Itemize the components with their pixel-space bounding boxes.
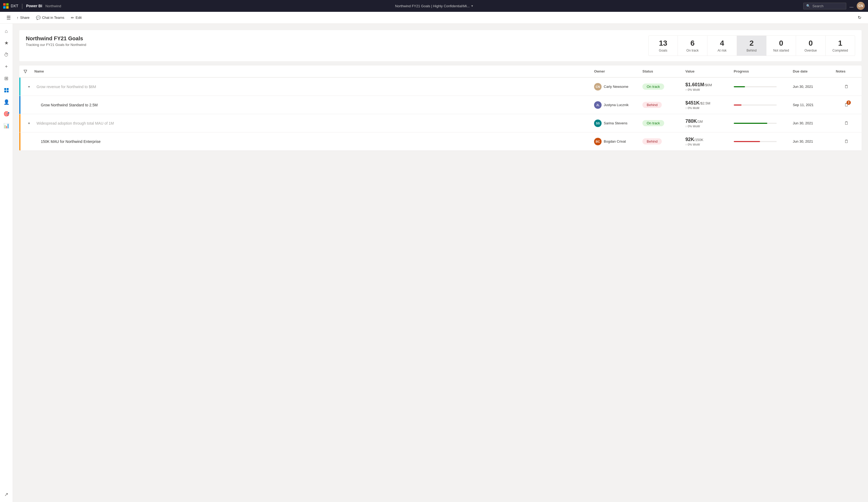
- app-name: DXT: [11, 4, 18, 8]
- sidebar-item-scorecard[interactable]: [1, 85, 12, 96]
- row-name: Widespread adoption through total MAU of…: [34, 121, 594, 125]
- report-title: Northwind FY21 Goals: [26, 35, 642, 42]
- owner-name: Sarina Stevens: [604, 121, 627, 125]
- report-subtitle: Tracking our FY21 Goals for Northwind: [26, 43, 642, 47]
- teams-icon: 💬: [36, 16, 41, 20]
- metric-card-at-risk[interactable]: 4At risk: [707, 35, 737, 56]
- sidebar-item-external[interactable]: ↗: [1, 489, 12, 500]
- row-due-date: Sep 11, 2021: [793, 103, 836, 107]
- value-change: ↑ 0% WoW: [685, 125, 734, 128]
- owner-name: Justyna Lucznik: [604, 103, 629, 107]
- filter-icon[interactable]: ▽: [24, 69, 34, 74]
- col-value: Value: [685, 69, 734, 73]
- metric-card-behind[interactable]: 2Behind: [737, 35, 766, 56]
- progress-bar-fill: [734, 86, 745, 87]
- main-content: Northwind FY21 Goals Tracking our FY21 G…: [13, 24, 868, 502]
- report-title-section: Northwind FY21 Goals Tracking our FY21 G…: [26, 35, 642, 47]
- metric-card-not-started[interactable]: 0Not started: [766, 35, 796, 56]
- col-status: Status: [642, 69, 685, 73]
- progress-bar-fill: [734, 123, 767, 124]
- sidebar-item-create[interactable]: +: [1, 61, 12, 72]
- chevron-down-icon[interactable]: ▾: [471, 4, 473, 8]
- app-logo: DXT: [3, 3, 18, 9]
- expand-icon[interactable]: ▾: [24, 85, 34, 89]
- value-target: /$2.5M: [700, 101, 710, 105]
- search-icon: 🔍: [806, 4, 810, 8]
- owner-avatar: CN: [594, 83, 602, 91]
- value-target: /$6M: [704, 83, 712, 87]
- report-name-center: Northwind FY21 Goals | Highly Confidenti…: [395, 4, 473, 8]
- notes-icon[interactable]: 🗒 2: [844, 103, 849, 107]
- edit-button[interactable]: ✏ Edit: [68, 14, 84, 21]
- metric-card-goals[interactable]: 13Goals: [648, 35, 678, 56]
- goals-table: ▽ Name Owner Status Value Progress Due d…: [19, 65, 861, 151]
- share-icon: ↑: [17, 16, 19, 20]
- microsoft-logo: [3, 3, 9, 9]
- notes-icon[interactable]: 🗒: [844, 139, 849, 144]
- sidebar-item-home[interactable]: ⌂: [1, 26, 12, 37]
- top-bar-right: 🔍 Search ... CN: [803, 2, 865, 10]
- svg-rect-0: [4, 88, 6, 90]
- notes-badge: 2: [847, 101, 851, 105]
- row-border-left: [19, 96, 20, 114]
- metric-card-completed[interactable]: 1Completed: [826, 35, 855, 56]
- progress-bar-container: [734, 104, 777, 105]
- sidebar-item-recent[interactable]: ⏱: [1, 49, 12, 60]
- row-status: Behind: [642, 138, 685, 144]
- table-row: ▾ Grow revenue for Northwind to $6M CN C…: [19, 78, 861, 96]
- value-target: /150K: [694, 138, 703, 142]
- notes-icon[interactable]: 🗒: [844, 84, 849, 89]
- expand-icon[interactable]: ▾: [24, 121, 34, 125]
- top-nav-bar: DXT | Power BI Northwind Northwind FY21 …: [0, 0, 868, 12]
- notes-icon[interactable]: 🗒: [844, 121, 849, 126]
- status-badge: Behind: [642, 102, 662, 108]
- row-value: $451K/$2.5M ↑ 0% MoM: [685, 100, 734, 110]
- row-value: $1.601M/$6M ↑ 0% WoW: [685, 82, 734, 91]
- sidebar-item-goals[interactable]: 🎯: [1, 109, 12, 119]
- notes-cell[interactable]: 🗒: [836, 139, 857, 144]
- row-value: 780K/1M ↑ 0% WoW: [685, 119, 734, 128]
- owner-avatar: BC: [594, 138, 602, 145]
- metric-card-overdue[interactable]: 0Overdue: [796, 35, 826, 56]
- edit-icon: ✏: [71, 16, 74, 20]
- progress-bar-fill: [734, 141, 760, 142]
- sidebar-item-apps[interactable]: ⊞: [1, 73, 12, 84]
- power-bi-label: Power BI: [26, 4, 42, 8]
- progress-bar-fill: [734, 104, 742, 105]
- svg-rect-1: [7, 88, 9, 90]
- value-main: 780K: [685, 119, 697, 124]
- notes-cell[interactable]: 🗒: [836, 84, 857, 89]
- svg-rect-3: [7, 91, 9, 92]
- owner-avatar: JL: [594, 101, 602, 109]
- sidebar-item-people[interactable]: 👤: [1, 97, 12, 107]
- table-header-row: ▽ Name Owner Status Value Progress Due d…: [19, 65, 861, 78]
- chat-in-teams-button[interactable]: 💬 Chat in Teams: [33, 14, 67, 21]
- sidebar-item-favorites[interactable]: ★: [1, 38, 12, 48]
- col-notes: Notes: [836, 69, 857, 73]
- row-due-date: Jun 30, 2021: [793, 140, 836, 143]
- progress-bar-container: [734, 123, 777, 124]
- share-button[interactable]: ↑ Share: [14, 14, 32, 21]
- table-row: 150K MAU for Northwind Enterprise BC Bog…: [19, 132, 861, 151]
- row-owner: CN Carly Newsome: [594, 83, 642, 91]
- menu-toggle-button[interactable]: ☰: [4, 13, 13, 22]
- refresh-button[interactable]: ↻: [855, 13, 864, 22]
- col-progress: Progress: [734, 69, 793, 73]
- search-box[interactable]: 🔍 Search: [803, 3, 846, 9]
- notes-cell[interactable]: 🗒: [836, 121, 857, 126]
- row-owner: BC Bogdan Crivat: [594, 138, 642, 145]
- sidebar-item-learning[interactable]: 📊: [1, 120, 12, 131]
- status-badge: On track: [642, 120, 664, 126]
- value-change: ↑ 0% WoW: [685, 88, 734, 91]
- metrics-row: 13Goals6On track4At risk2Behind0Not star…: [648, 35, 855, 56]
- report-header: Northwind FY21 Goals Tracking our FY21 G…: [19, 30, 861, 61]
- row-border-left: [19, 78, 20, 96]
- metric-card-on-track[interactable]: 6On track: [678, 35, 707, 56]
- notes-cell[interactable]: 🗒 2: [836, 103, 857, 107]
- col-owner: Owner: [594, 69, 642, 73]
- row-owner: JL Justyna Lucznik: [594, 101, 642, 109]
- more-options-button[interactable]: ...: [849, 3, 854, 9]
- avatar[interactable]: CN: [857, 2, 865, 10]
- table-row: Grow Northwind Standard to 2.5M JL Justy…: [19, 96, 861, 114]
- value-target: /1M: [697, 120, 703, 124]
